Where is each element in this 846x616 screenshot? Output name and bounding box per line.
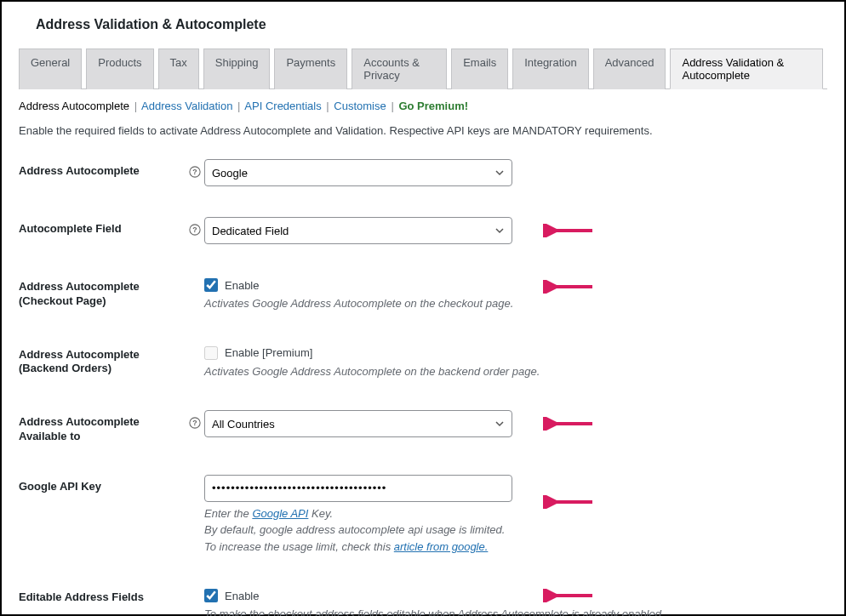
checkbox-checkout-page[interactable] bbox=[204, 278, 218, 292]
annotation-arrow-icon bbox=[543, 280, 594, 294]
tab-shipping[interactable]: Shipping bbox=[203, 48, 271, 89]
tab-products[interactable]: Products bbox=[86, 48, 153, 89]
subnav-credentials[interactable]: API Credentials bbox=[244, 100, 321, 112]
label-available-to: Address Autocomplete Available to bbox=[19, 410, 189, 444]
svg-text:?: ? bbox=[192, 225, 197, 234]
help-icon[interactable]: ? bbox=[189, 410, 204, 431]
desc-editable-fields: To make the checkout address fields edit… bbox=[204, 606, 665, 616]
annotation-arrow-icon bbox=[543, 417, 594, 431]
subnav: Address Autocomplete | Address Validatio… bbox=[19, 100, 827, 112]
desc-checkout-page: Activates Google Address Autocomplete on… bbox=[204, 295, 513, 312]
select-autocomplete-field[interactable]: Dedicated Field bbox=[204, 217, 512, 244]
label-checkout-page: Address Autocomplete (Checkout Page) bbox=[19, 275, 189, 309]
tab-tax[interactable]: Tax bbox=[158, 48, 199, 89]
intro-text: Enable the required fields to activate A… bbox=[19, 124, 827, 137]
tab-integration[interactable]: Integration bbox=[512, 48, 588, 89]
subnav-autocomplete[interactable]: Address Autocomplete bbox=[19, 100, 129, 112]
desc-api-key: Enter the Google API Key. By default, go… bbox=[204, 505, 512, 556]
link-google-article[interactable]: article from google. bbox=[394, 540, 489, 553]
tab-advanced[interactable]: Advanced bbox=[593, 48, 666, 89]
label-api-key: Google API Key bbox=[19, 475, 189, 494]
checkbox-backend-orders bbox=[204, 346, 218, 360]
help-icon[interactable]: ? bbox=[189, 159, 204, 180]
select-available-to[interactable]: All Countries bbox=[204, 410, 512, 437]
svg-text:?: ? bbox=[192, 168, 197, 176]
subnav-premium[interactable]: Go Premium! bbox=[398, 100, 468, 112]
label-autocomplete-provider: Address Autocomplete bbox=[19, 159, 189, 179]
input-api-key[interactable] bbox=[204, 475, 512, 502]
subnav-customise[interactable]: Customise bbox=[334, 100, 386, 112]
page-title: Address Validation & Autocomplete bbox=[2, 2, 844, 48]
link-google-api[interactable]: Google API bbox=[252, 507, 308, 520]
tab-address-validation[interactable]: Address Validation & Autocomplete bbox=[670, 48, 823, 89]
checkbox-editable-fields[interactable] bbox=[204, 589, 218, 602]
tab-accounts-privacy[interactable]: Accounts & Privacy bbox=[352, 48, 447, 89]
checkbox-label-checkout: Enable bbox=[225, 279, 259, 292]
subnav-validation[interactable]: Address Validation bbox=[141, 100, 232, 112]
tab-emails[interactable]: Emails bbox=[451, 48, 508, 89]
svg-text:?: ? bbox=[192, 419, 197, 427]
tab-payments[interactable]: Payments bbox=[274, 48, 347, 89]
nav-tabs: General Products Tax Shipping Payments A… bbox=[19, 48, 827, 89]
checkbox-label-editable: Enable bbox=[225, 590, 259, 602]
help-icon[interactable]: ? bbox=[189, 217, 204, 238]
tab-general[interactable]: General bbox=[19, 48, 82, 89]
label-editable-fields: Editable Address Fields bbox=[19, 585, 189, 605]
checkbox-label-backend: Enable [Premium] bbox=[225, 346, 312, 359]
select-autocomplete-provider[interactable]: Google bbox=[204, 159, 512, 186]
annotation-arrow-icon bbox=[543, 224, 594, 237]
desc-backend-orders: Activates Google Address Autocomplete on… bbox=[204, 363, 540, 380]
label-autocomplete-field: Autocomplete Field bbox=[19, 217, 189, 237]
label-backend-orders: Address Autocomplete (Backend Orders) bbox=[19, 343, 189, 377]
annotation-arrow-icon bbox=[543, 589, 594, 602]
annotation-arrow-icon bbox=[543, 495, 594, 509]
